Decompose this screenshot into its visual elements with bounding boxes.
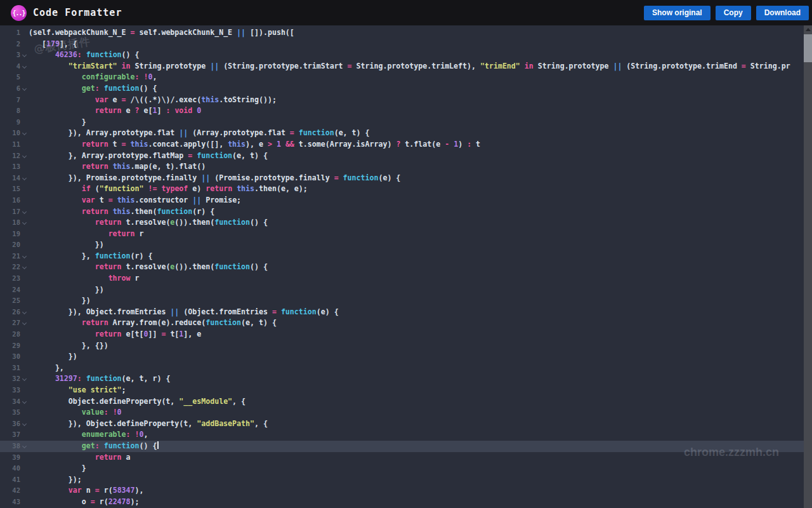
fold-chevron-icon[interactable] (22, 53, 27, 57)
code-line: 27return Array.from(e).reduce(function(e… (0, 318, 804, 329)
line-number: 18 (0, 217, 20, 229)
code-text: "trimStart" in String.prototype || (Stri… (29, 61, 804, 72)
code-line: 14}), Promise.prototype.finally || (Prom… (0, 173, 804, 184)
fold-chevron-icon[interactable] (22, 399, 27, 404)
code-line: 7var e = /\((.*)\)/.exec(this.toString()… (0, 95, 804, 106)
line-number: 43 (0, 497, 20, 508)
code-line: 11return t = this.concat.apply([], this)… (0, 139, 804, 150)
fold-slot (20, 497, 29, 508)
fold-slot (20, 418, 29, 430)
fold-slot (20, 229, 29, 240)
line-number: 22 (0, 262, 20, 273)
line-number: 26 (0, 307, 20, 318)
fold-chevron-icon[interactable] (22, 153, 27, 157)
code-line: 20}) (0, 239, 804, 251)
fold-chevron-icon[interactable] (22, 176, 27, 180)
line-number: 16 (0, 195, 20, 206)
fold-slot (20, 385, 29, 396)
line-number: 15 (0, 184, 20, 195)
code-line: 41}); (0, 474, 804, 486)
line-number: 11 (0, 139, 20, 150)
line-number: 36 (0, 418, 20, 430)
code-line: 22return t.resolve(e()).then(function() … (0, 262, 804, 273)
fold-chevron-icon[interactable] (22, 209, 27, 213)
fold-slot (20, 95, 29, 106)
fold-chevron-icon[interactable] (22, 422, 27, 426)
line-number: 1 (0, 27, 20, 39)
fold-chevron-icon[interactable] (22, 321, 27, 325)
code-text: }, {}) (29, 340, 804, 352)
code-text: get: function() { (29, 83, 804, 95)
header: {..} Code Formatter Show original Copy D… (0, 0, 812, 25)
fold-slot (20, 139, 29, 150)
code-editor[interactable]: 1(self.webpackChunk_N_E = self.webpackCh… (0, 25, 804, 508)
fold-slot (20, 161, 29, 173)
code-text: return e ? e[1] : void 0 (29, 105, 804, 117)
fold-slot (20, 463, 29, 474)
code-line: 34Object.defineProperty(t, "__esModule",… (0, 396, 804, 408)
line-number: 8 (0, 105, 20, 117)
code-line: 6get: function() { (0, 83, 804, 95)
scroll-up-icon (806, 28, 811, 31)
code-text: var e = /\((.*)\)/.exec(this.toString())… (29, 95, 804, 106)
fold-chevron-icon[interactable] (22, 64, 27, 69)
line-number: 17 (0, 206, 20, 218)
code-text: } (29, 463, 804, 474)
fold-chevron-icon[interactable] (22, 444, 27, 448)
line-number: 7 (0, 95, 20, 106)
fold-chevron-icon[interactable] (22, 131, 27, 135)
fold-slot (20, 239, 29, 251)
scrollbar[interactable] (804, 25, 812, 508)
fold-chevron-icon[interactable] (22, 377, 27, 381)
copy-button[interactable]: Copy (716, 6, 751, 20)
line-number: 4 (0, 61, 20, 72)
code-line: 23throw r (0, 273, 804, 284)
code-text: }) (29, 284, 804, 296)
code-text: var n = r(58347), (29, 485, 804, 497)
code-text: }) (29, 295, 804, 307)
line-number: 3 (0, 50, 20, 61)
code-text: var t = this.constructor || Promise; (29, 195, 804, 206)
show-original-button[interactable]: Show original (644, 6, 710, 20)
fold-chevron-icon[interactable] (22, 86, 27, 91)
fold-chevron-icon[interactable] (22, 310, 27, 314)
fold-chevron-icon[interactable] (22, 265, 27, 269)
fold-slot (20, 50, 29, 61)
fold-chevron-icon[interactable] (22, 220, 27, 225)
code-text: }) (29, 351, 804, 363)
code-line: 39return a (0, 452, 804, 464)
line-number: 35 (0, 407, 20, 418)
fold-slot (20, 340, 29, 352)
fold-slot (20, 150, 29, 162)
fold-slot (20, 39, 29, 50)
code-line: 36}), Object.defineProperty(t, "addBaseP… (0, 418, 804, 430)
code-text: return Array.from(e).reduce(function(e, … (29, 318, 804, 329)
scroll-up-button[interactable] (804, 25, 812, 34)
fold-slot (20, 105, 29, 117)
fold-slot (20, 206, 29, 218)
code-text: [179], { (29, 39, 804, 50)
scrollbar-thumb[interactable] (804, 34, 812, 62)
line-number: 38 (0, 441, 20, 452)
code-line: 17return this.then(function(r) { (0, 206, 804, 218)
line-number: 32 (0, 373, 20, 385)
code-text: 31297: function(e, t, r) { (29, 373, 804, 385)
code-line: 24}) (0, 284, 804, 296)
code-text: enumerable: !0, (29, 429, 804, 441)
fold-slot (20, 117, 29, 128)
code-text: value: !0 (29, 407, 804, 418)
fold-slot (20, 485, 29, 497)
line-number: 30 (0, 351, 20, 363)
line-number: 28 (0, 329, 20, 340)
download-button[interactable]: Download (756, 6, 809, 20)
code-line: 18return t.resolve(e()).then(function() … (0, 217, 804, 229)
fold-slot (20, 72, 29, 83)
code-text: throw r (29, 273, 804, 284)
line-number: 29 (0, 340, 20, 352)
fold-slot (20, 441, 29, 452)
fold-slot (20, 307, 29, 318)
line-number: 41 (0, 474, 20, 486)
fold-chevron-icon[interactable] (22, 254, 27, 258)
line-number: 25 (0, 295, 20, 307)
code-line: 29}, {}) (0, 340, 804, 352)
